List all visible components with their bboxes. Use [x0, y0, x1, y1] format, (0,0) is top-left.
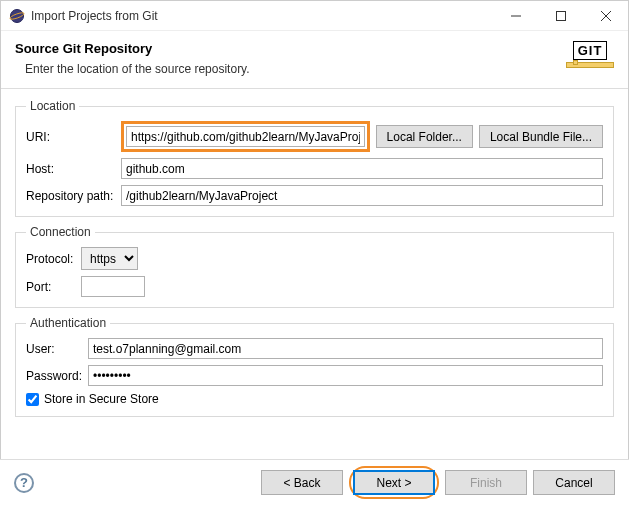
connection-legend: Connection [26, 225, 95, 239]
user-label: User: [26, 342, 88, 356]
svg-rect-3 [556, 11, 565, 20]
user-input[interactable] [88, 338, 603, 359]
uri-input[interactable] [126, 126, 365, 147]
help-icon[interactable]: ? [14, 473, 34, 493]
store-secure-label: Store in Secure Store [44, 392, 159, 406]
eclipse-icon [9, 8, 25, 24]
finish-button: Finish [445, 470, 527, 495]
host-label: Host: [26, 162, 121, 176]
window-title: Import Projects from Git [31, 9, 158, 23]
password-label: Password: [26, 369, 88, 383]
minimize-button[interactable] [493, 1, 538, 31]
local-folder-button[interactable]: Local Folder... [376, 125, 473, 148]
close-button[interactable] [583, 1, 628, 31]
port-label: Port: [26, 280, 81, 294]
git-logo-icon: GIT [566, 41, 614, 68]
connection-group: Connection Protocol: https Port: [15, 225, 614, 308]
repo-path-label: Repository path: [26, 189, 121, 203]
location-group: Location URI: Local Folder... Local Bund… [15, 99, 614, 217]
authentication-legend: Authentication [26, 316, 110, 330]
password-input[interactable] [88, 365, 603, 386]
back-button[interactable]: < Back [261, 470, 343, 495]
store-secure-checkbox[interactable] [26, 393, 39, 406]
next-highlight-annotation: Next > [349, 466, 439, 499]
port-input[interactable] [81, 276, 145, 297]
repo-path-input[interactable] [121, 185, 603, 206]
cancel-button[interactable]: Cancel [533, 470, 615, 495]
uri-highlight-annotation [121, 121, 370, 152]
location-legend: Location [26, 99, 79, 113]
title-bar: Import Projects from Git [1, 1, 628, 31]
next-button[interactable]: Next > [353, 470, 435, 495]
page-subtitle: Enter the location of the source reposit… [25, 62, 558, 76]
authentication-group: Authentication User: Password: Store in … [15, 316, 614, 417]
wizard-body: Location URI: Local Folder... Local Bund… [1, 89, 628, 431]
host-input[interactable] [121, 158, 603, 179]
protocol-label: Protocol: [26, 252, 81, 266]
local-bundle-file-button[interactable]: Local Bundle File... [479, 125, 603, 148]
maximize-button[interactable] [538, 1, 583, 31]
wizard-header: Source Git Repository Enter the location… [1, 31, 628, 89]
protocol-select[interactable]: https [81, 247, 138, 270]
page-title: Source Git Repository [15, 41, 558, 56]
wizard-button-bar: ? < Back Next > Finish Cancel [0, 459, 629, 505]
uri-label: URI: [26, 130, 121, 144]
